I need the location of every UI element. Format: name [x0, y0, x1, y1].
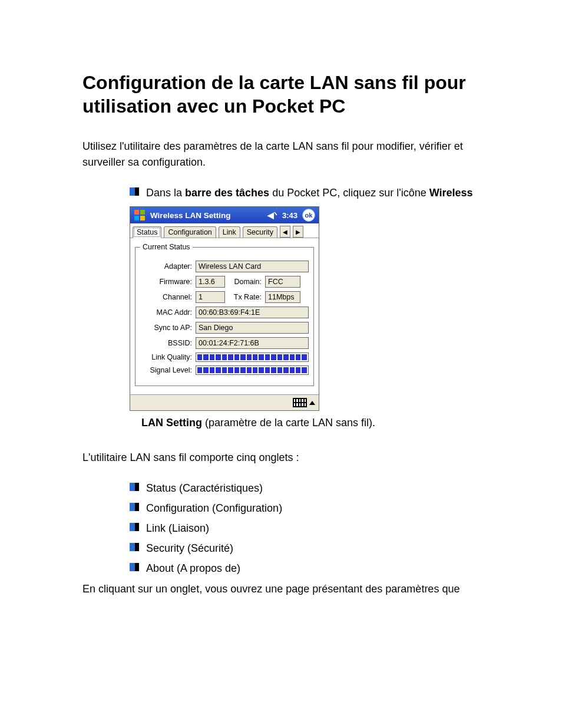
tabs-list-item-label: Link (Liaison)	[146, 521, 209, 536]
link-quality-label: Link Quality:	[140, 353, 196, 361]
caption-bold: LAN Setting	[141, 417, 202, 429]
tab-status[interactable]: Status	[133, 226, 161, 238]
tabs-list-item: Security (Sécurité)	[130, 541, 491, 556]
tab-link[interactable]: Link	[219, 226, 240, 238]
app-title: Wireless LAN Setting	[150, 211, 230, 220]
clock[interactable]: 3:43	[282, 211, 297, 220]
tabs-list-item-label: Configuration (Configuration)	[146, 500, 282, 516]
bssid-label: BSSID:	[140, 339, 196, 347]
tab-scroll-right[interactable]: ▶	[293, 226, 303, 238]
txrate-label: Tx Rate:	[225, 293, 265, 301]
txrate-value: 11Mbps	[265, 291, 300, 303]
step-prefix: Dans la	[146, 187, 185, 199]
intro-paragraph: Utilisez l'utilitaire des paramètres de …	[82, 139, 491, 170]
screenshot-caption: LAN Setting (paramètre de la carte LAN s…	[141, 417, 491, 429]
bullet-icon	[130, 563, 139, 571]
tabs-list-item: Link (Liaison)	[130, 521, 491, 536]
ok-button[interactable]: ok	[302, 209, 315, 222]
tabs-list-item: Configuration (Configuration)	[130, 500, 491, 516]
domain-label: Domain:	[225, 278, 265, 286]
adapter-value: Wireless LAN Card	[196, 261, 309, 272]
sip-menu-up-icon[interactable]	[309, 401, 315, 405]
caption-rest: (paramètre de la carte LAN sans fil).	[202, 417, 375, 429]
step-bold-2: Wireless	[429, 187, 473, 199]
tabs-list-item: About (A propos de)	[130, 561, 491, 576]
bullet-icon	[130, 523, 139, 531]
volume-icon[interactable]: ◀ᐠ	[267, 210, 277, 220]
svg-rect-3	[140, 216, 145, 220]
svg-rect-2	[134, 216, 139, 220]
sync-label: Sync to AP:	[140, 324, 196, 332]
mac-value: 00:60:B3:69:F4:1E	[196, 307, 309, 318]
tabs-intro: L'utilitaire LAN sans fil comporte cinq …	[82, 450, 491, 466]
ppc-body: Current Status Adapter: Wireless LAN Car…	[130, 238, 319, 394]
step-bullet: Dans la barre des tâches du Pocket PC, c…	[130, 185, 491, 200]
bullet-icon	[130, 543, 139, 551]
tab-configuration[interactable]: Configuration	[164, 226, 216, 238]
tabs-list-item-label: Status (Caractéristiques)	[146, 480, 263, 496]
firmware-label: Firmware:	[140, 278, 196, 286]
bullet-icon	[130, 503, 139, 511]
link-quality-meter	[196, 353, 309, 362]
mac-label: MAC Addr:	[140, 308, 196, 317]
tab-strip: Status Configuration Link Security ◀ ▶	[130, 223, 319, 238]
start-icon[interactable]	[134, 209, 146, 221]
channel-label: Channel:	[140, 293, 196, 301]
ppc-titlebar: Wireless LAN Setting ◀ᐠ 3:43 ok	[130, 207, 319, 223]
firmware-value: 1.3.6	[196, 276, 225, 288]
tabs-list-item-label: Security (Sécurité)	[146, 541, 233, 556]
page-title: Configuration de la carte LAN sans fil p…	[82, 71, 491, 118]
tabs-list-item-label: About (A propos de)	[146, 561, 240, 576]
groupbox-legend: Current Status	[140, 243, 193, 251]
current-status-group: Current Status Adapter: Wireless LAN Car…	[135, 243, 314, 386]
signal-level-label: Signal Level:	[140, 366, 196, 374]
step-text: Dans la barre des tâches du Pocket PC, c…	[146, 185, 473, 200]
bullet-icon	[130, 187, 139, 196]
svg-rect-1	[140, 210, 145, 215]
tab-security[interactable]: Security	[243, 226, 277, 238]
tab-scroll-left[interactable]: ◀	[280, 226, 290, 238]
step-bold-1: barre des tâches	[185, 187, 269, 199]
channel-value: 1	[196, 291, 225, 303]
sip-bar	[130, 394, 319, 410]
signal-level-meter	[196, 365, 309, 375]
svg-rect-0	[134, 210, 139, 215]
sync-value: San Diego	[196, 322, 309, 334]
tabs-list-item: Status (Caractéristiques)	[130, 480, 491, 496]
bssid-value: 00:01:24:F2:71:6B	[196, 337, 309, 349]
step-mid: du Pocket PC, cliquez sur l'icône	[269, 187, 429, 199]
tabs-bullet-list: Status (Caractéristiques)Configuration (…	[130, 480, 491, 576]
domain-value: FCC	[265, 276, 300, 288]
adapter-label: Adapter:	[140, 262, 196, 271]
pocketpc-screenshot: Wireless LAN Setting ◀ᐠ 3:43 ok Status C…	[130, 206, 319, 411]
keyboard-icon[interactable]	[293, 398, 307, 407]
closing-paragraph: En cliquant sur un onglet, vous ouvrez u…	[82, 581, 491, 597]
bullet-icon	[130, 483, 139, 491]
